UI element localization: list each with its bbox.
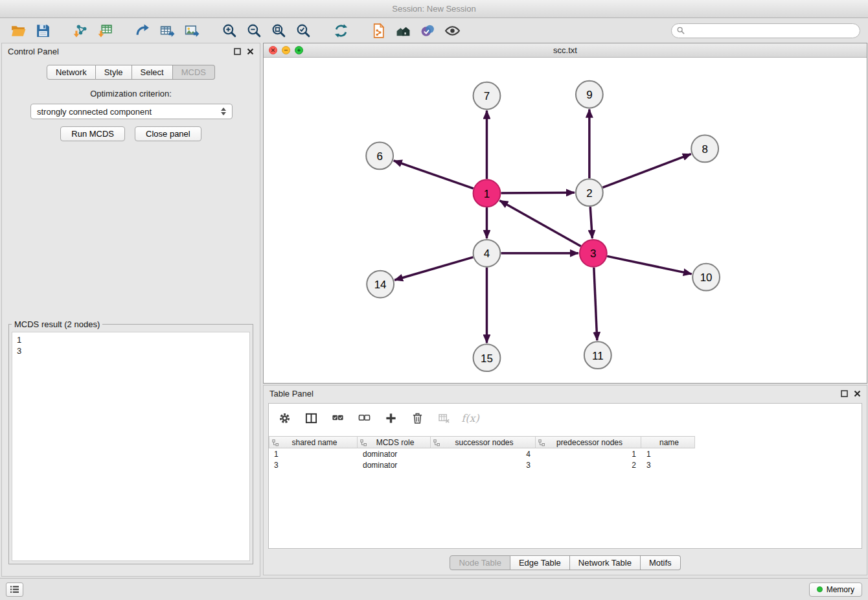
cell-shared-name[interactable]: 1 — [269, 450, 358, 459]
graph-node-10[interactable]: 10 — [692, 264, 720, 291]
network-window-titlebar[interactable]: scc.txt — [264, 43, 867, 58]
column-header-predecessor-nodes[interactable]: predecessor nodes — [536, 436, 641, 448]
window-controls — [269, 46, 303, 54]
export-image-button[interactable] — [181, 21, 202, 40]
select-all-rows-button[interactable] — [330, 410, 345, 426]
graph-edge-3-1[interactable] — [499, 200, 580, 246]
create-column-button[interactable] — [383, 410, 398, 426]
zoom-out-button[interactable] — [244, 21, 264, 40]
style-button[interactable] — [417, 21, 438, 40]
tab-motifs[interactable]: Motifs — [641, 555, 681, 570]
graph-edge-2-3[interactable] — [590, 207, 592, 238]
search-input[interactable] — [689, 26, 854, 35]
column-header-successor-nodes[interactable]: successor nodes — [431, 436, 536, 448]
graph-edge-3-11[interactable] — [594, 268, 597, 341]
graph-node-2[interactable]: 2 — [576, 179, 603, 206]
float-panel-icon[interactable] — [234, 48, 241, 55]
cell-predecessor-nodes[interactable]: 1 — [536, 450, 641, 459]
network-view-window: scc.txt 7968124314101511 — [263, 43, 867, 384]
close-window-button[interactable] — [269, 46, 277, 54]
graph-node-3[interactable]: 3 — [580, 240, 607, 267]
tab-style[interactable]: Style — [96, 65, 132, 80]
delete-column-button[interactable] — [409, 410, 425, 426]
graph-node-6[interactable]: 6 — [366, 142, 393, 169]
graph-node-label: 10 — [700, 271, 713, 284]
task-history-button[interactable] — [6, 583, 23, 597]
close-panel-icon[interactable] — [854, 390, 861, 397]
export-table-button[interactable] — [157, 21, 177, 40]
control-panel-header: Control Panel — [2, 43, 260, 59]
memory-button[interactable]: Memory — [809, 583, 862, 597]
network-canvas[interactable]: 7968124314101511 — [264, 58, 867, 383]
cell-predecessor-nodes[interactable]: 2 — [536, 461, 641, 470]
graph-node-7[interactable]: 7 — [474, 82, 501, 110]
network-file-button[interactable] — [368, 21, 389, 40]
style-icon — [420, 23, 436, 39]
export-network-button[interactable] — [132, 21, 153, 40]
import-network-button[interactable] — [70, 21, 91, 40]
column-header-name[interactable]: name — [641, 436, 695, 448]
graph-node-9[interactable]: 9 — [576, 81, 603, 108]
table-panel-tabs: Node Table Edge Table Network Table Moti… — [264, 555, 867, 570]
close-panel-icon[interactable] — [247, 48, 254, 55]
float-panel-icon[interactable] — [841, 390, 848, 397]
cell-mcds-role[interactable]: dominator — [358, 450, 431, 459]
memory-status-icon — [817, 586, 823, 592]
cell-name[interactable]: 3 — [641, 461, 695, 470]
cell-successor-nodes[interactable]: 3 — [431, 461, 536, 470]
apply-layout-button[interactable] — [330, 21, 351, 40]
network-graph[interactable]: 7968124314101511 — [264, 58, 867, 383]
graph-edge-1-2[interactable] — [501, 192, 575, 193]
deselect-all-rows-button[interactable] — [356, 410, 372, 426]
minimize-window-button[interactable] — [282, 46, 290, 54]
search-box[interactable] — [671, 23, 860, 38]
zoom-window-button[interactable] — [295, 46, 303, 54]
table-row[interactable]: 3 dominator 3 2 3 — [269, 459, 862, 470]
open-folder-icon — [10, 23, 27, 39]
close-panel-button[interactable]: Close panel — [135, 126, 201, 141]
table-row[interactable]: 1 dominator 4 1 1 — [269, 448, 862, 459]
tab-select[interactable]: Select — [132, 65, 173, 80]
cell-mcds-role[interactable]: dominator — [358, 461, 431, 470]
graph-node-14[interactable]: 14 — [367, 271, 394, 298]
zoom-selected-icon — [295, 23, 312, 39]
zoom-fit-button[interactable] — [268, 21, 289, 40]
run-mcds-button[interactable]: Run MCDS — [60, 126, 125, 141]
zoom-in-button[interactable] — [219, 21, 240, 40]
graph-node-15[interactable]: 15 — [474, 344, 501, 371]
optimization-criterion-select[interactable]: strongly connected component — [30, 104, 233, 119]
cell-name[interactable]: 1 — [641, 450, 695, 459]
show-hide-button[interactable] — [442, 21, 463, 40]
column-header-mcds-role[interactable]: MCDS role — [358, 436, 431, 448]
open-session-button[interactable] — [8, 21, 29, 40]
show-column-button[interactable] — [303, 410, 319, 426]
graph-node-1[interactable]: 1 — [474, 179, 501, 207]
import-table-button[interactable] — [95, 21, 115, 40]
table-panel-title: Table Panel — [269, 389, 314, 398]
tab-network-table[interactable]: Network Table — [570, 555, 641, 570]
graph-edge-1-6[interactable] — [394, 161, 474, 189]
import-table-icon — [97, 23, 113, 39]
tab-mcds[interactable]: MCDS — [173, 65, 215, 80]
tab-node-table[interactable]: Node Table — [450, 555, 510, 570]
graph-node-8[interactable]: 8 — [691, 135, 718, 163]
result-line: 1 — [17, 334, 245, 345]
mcds-result-box[interactable]: 1 3 — [12, 332, 250, 561]
zoom-selected-button[interactable] — [293, 21, 314, 40]
mcds-buttons-row: Run MCDS Close panel — [2, 126, 260, 141]
save-session-button[interactable] — [32, 21, 53, 40]
graph-edge-4-14[interactable] — [394, 257, 473, 280]
home-button[interactable] — [393, 21, 413, 40]
tab-network[interactable]: Network — [47, 65, 96, 80]
graph-edge-3-10[interactable] — [607, 256, 691, 273]
graph-node-11[interactable]: 11 — [584, 341, 611, 369]
graph-edge-2-8[interactable] — [602, 154, 691, 188]
graph-node-4[interactable]: 4 — [474, 240, 501, 267]
tab-edge-table[interactable]: Edge Table — [510, 555, 570, 570]
cell-successor-nodes[interactable]: 4 — [431, 450, 536, 459]
column-header-shared-name[interactable]: shared name — [269, 436, 358, 448]
graph-node-label: 9 — [586, 89, 592, 101]
graph-node-label: 6 — [376, 150, 382, 163]
cell-shared-name[interactable]: 3 — [269, 461, 358, 470]
table-settings-button[interactable] — [277, 410, 292, 426]
